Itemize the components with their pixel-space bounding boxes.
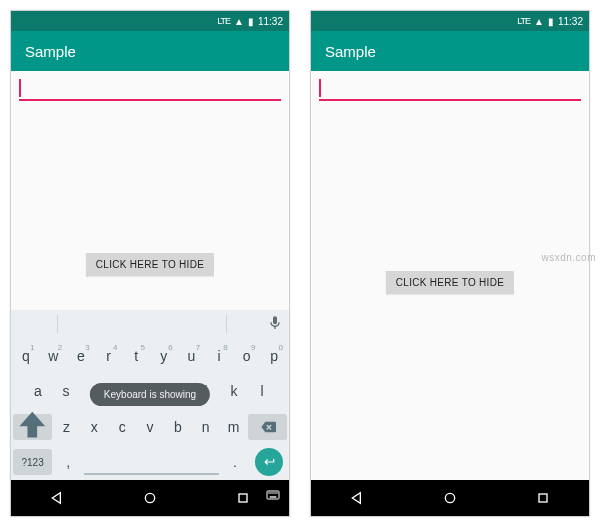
key-q[interactable]: q1	[13, 342, 39, 370]
key-a[interactable]: a	[25, 377, 51, 405]
key-i[interactable]: i8	[206, 342, 232, 370]
key-r[interactable]: r4	[96, 342, 122, 370]
key-b[interactable]: b	[165, 413, 191, 441]
signal-label: LTE	[517, 16, 530, 26]
content-area: CLICK HERE TO HIDE	[311, 71, 589, 480]
mic-icon[interactable]	[267, 315, 283, 334]
key-n[interactable]: n	[193, 413, 219, 441]
svg-rect-6	[274, 492, 275, 493]
svg-rect-4	[270, 492, 271, 493]
hide-keyboard-button[interactable]: CLICK HERE TO HIDE	[86, 253, 214, 276]
key-u[interactable]: u7	[179, 342, 205, 370]
key-l[interactable]: l	[249, 377, 275, 405]
battery-icon: ▮	[248, 16, 254, 27]
status-time: 11:32	[558, 16, 583, 27]
key-k[interactable]: k	[221, 377, 247, 405]
hide-keyboard-button[interactable]: CLICK HERE TO HIDE	[386, 271, 514, 294]
comma-key[interactable]: ,	[54, 448, 82, 476]
nav-recents-icon[interactable]	[223, 490, 263, 506]
nav-home-icon[interactable]	[430, 490, 470, 506]
navigation-bar	[311, 480, 589, 516]
key-t[interactable]: t5	[123, 342, 149, 370]
status-bar: LTE ▲ ▮ 11:32	[311, 11, 589, 31]
toast: Keyboard is showing	[90, 383, 210, 406]
key-w[interactable]: w2	[41, 342, 67, 370]
battery-icon: ▮	[548, 16, 554, 27]
svg-rect-7	[276, 492, 277, 493]
enter-key[interactable]	[255, 448, 283, 476]
nav-back-icon[interactable]	[337, 490, 377, 506]
key-e[interactable]: e3	[68, 342, 94, 370]
svg-rect-1	[239, 494, 247, 502]
navigation-bar	[11, 480, 289, 516]
suggestion-strip	[11, 310, 289, 338]
nav-home-icon[interactable]	[130, 490, 170, 506]
edit-text-underline	[319, 99, 581, 101]
key-row-3: zxcvbnm	[11, 409, 289, 445]
key-p[interactable]: p0	[261, 342, 287, 370]
key-y[interactable]: y6	[151, 342, 177, 370]
signal-icon: ▲	[534, 16, 544, 27]
space-key[interactable]	[84, 445, 219, 475]
nav-back-icon[interactable]	[37, 490, 77, 506]
content-area: CLICK HERE TO HIDE Keyboard is showing q…	[11, 71, 289, 480]
signal-icon: ▲	[234, 16, 244, 27]
status-bar: LTE ▲ ▮ 11:32	[11, 11, 289, 31]
key-c[interactable]: c	[109, 413, 135, 441]
key-s[interactable]: s	[53, 377, 79, 405]
edit-text-underline	[19, 99, 281, 101]
ime-switch-icon[interactable]	[265, 487, 281, 506]
screenshot-keyboard-hidden: LTE ▲ ▮ 11:32 Sample CLICK HERE TO HIDE	[310, 10, 590, 517]
shift-key[interactable]	[13, 414, 52, 440]
key-row-1: q1w2e3r4t5y6u7i8o9p0	[11, 338, 289, 374]
key-v[interactable]: v	[137, 413, 163, 441]
signal-label: LTE	[217, 16, 230, 26]
svg-rect-10	[539, 494, 547, 502]
app-title: Sample	[25, 43, 76, 60]
watermark: wsxdn.com	[541, 252, 596, 263]
text-cursor	[19, 79, 21, 97]
app-title: Sample	[325, 43, 376, 60]
svg-rect-2	[267, 491, 279, 499]
key-m[interactable]: m	[221, 413, 247, 441]
app-bar: Sample	[11, 31, 289, 71]
svg-rect-3	[268, 492, 269, 493]
svg-rect-5	[272, 492, 273, 493]
svg-rect-8	[270, 496, 277, 497]
nav-recents-icon[interactable]	[523, 490, 563, 506]
key-row-4: ?123 , .	[11, 445, 289, 481]
svg-point-0	[145, 493, 154, 502]
svg-point-9	[445, 493, 454, 502]
text-cursor	[319, 79, 321, 97]
status-time: 11:32	[258, 16, 283, 27]
key-x[interactable]: x	[81, 413, 107, 441]
symbols-key[interactable]: ?123	[13, 449, 52, 475]
backspace-key[interactable]	[248, 414, 287, 440]
key-z[interactable]: z	[54, 413, 80, 441]
period-key[interactable]: .	[221, 448, 249, 476]
key-o[interactable]: o9	[234, 342, 260, 370]
suggestion-center[interactable]	[57, 315, 227, 333]
screenshot-keyboard-shown: LTE ▲ ▮ 11:32 Sample CLICK HERE TO HIDE …	[10, 10, 290, 517]
app-bar: Sample	[311, 31, 589, 71]
